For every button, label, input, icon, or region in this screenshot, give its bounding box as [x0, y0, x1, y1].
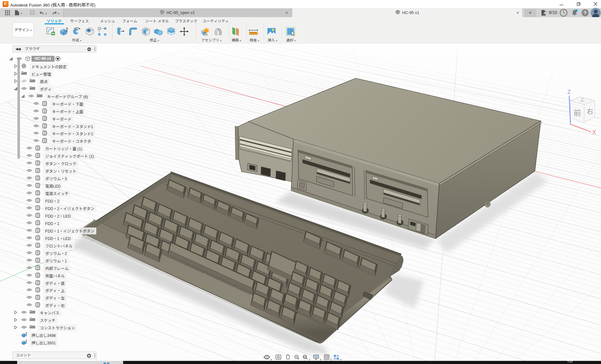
svg-text:?: ? — [584, 10, 587, 15]
svg-text:前: 前 — [574, 107, 581, 118]
svg-text:上: 上 — [580, 96, 584, 103]
svg-text:右: 右 — [587, 106, 593, 116]
svg-text:Z: Z — [567, 89, 571, 95]
svg-text:X: X — [592, 129, 596, 136]
svg-text:F: F — [4, 2, 7, 6]
